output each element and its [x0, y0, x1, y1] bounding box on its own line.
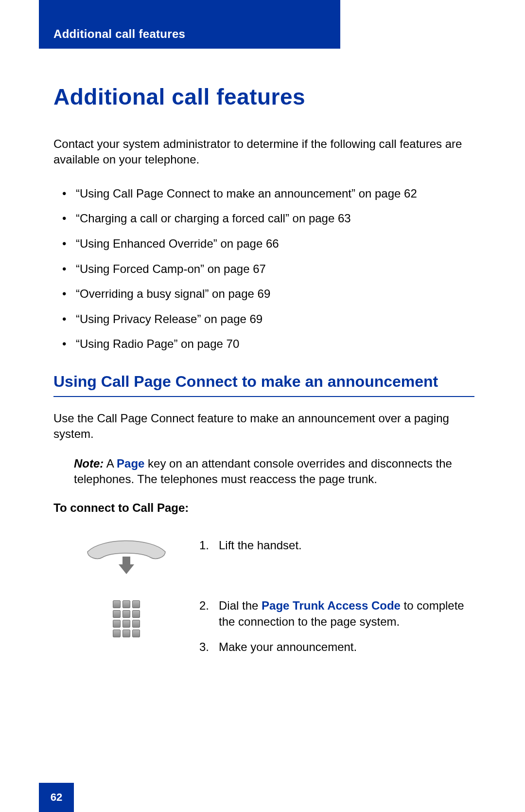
list-item: “Overriding a busy signal” on page 69	[53, 286, 474, 302]
list-item: “Using Call Page Connect to make an anno…	[53, 185, 474, 202]
list-item: “Charging a call or charging a forced ca…	[53, 210, 474, 227]
step-icon-cell	[53, 597, 199, 637]
page-number: 62	[51, 791, 62, 804]
instruction-heading: To connect to Call Page:	[53, 501, 474, 515]
running-header: Additional call features	[53, 27, 185, 40]
list-item: “Using Forced Camp-on” on page 67	[53, 261, 474, 277]
step-text-pre: Dial the	[219, 599, 262, 612]
step-emphasis: Page Trunk Access Code	[262, 599, 401, 612]
list-item: “Using Enhanced Override” on page 66	[53, 235, 474, 252]
step-item: Dial the Page Trunk Access Code to compl…	[199, 597, 474, 630]
step-item: Lift the handset.	[199, 537, 474, 554]
section-rule	[53, 396, 474, 397]
list-item: “Using Radio Page” on page 70	[53, 336, 474, 352]
intro-paragraph: Contact your system administrator to det…	[53, 136, 474, 168]
step-text-cell: Lift the handset.	[199, 537, 474, 562]
step-row: Dial the Page Trunk Access Code to compl…	[53, 597, 474, 664]
document-page: Additional call features Additional call…	[0, 0, 525, 812]
steps-list: Lift the handset.	[199, 537, 474, 554]
list-item: “Using Privacy Release” on page 69	[53, 311, 474, 327]
step-text-cell: Dial the Page Trunk Access Code to compl…	[199, 597, 474, 664]
topic-list: “Using Call Page Connect to make an anno…	[53, 185, 474, 352]
step-row: Lift the handset.	[53, 537, 474, 576]
footer-page-tab: 62	[39, 783, 74, 812]
step-icon-cell	[53, 537, 199, 576]
handset-lift-icon	[83, 537, 170, 576]
keypad-icon	[113, 600, 140, 637]
page-content: Additional call features Contact your sy…	[53, 73, 474, 685]
section-body: Use the Call Page Connect feature to mak…	[53, 411, 474, 442]
header-tab: Additional call features	[39, 0, 340, 49]
note-paragraph: Note: A Page key on an attendant console…	[74, 456, 474, 487]
note-text-pre: A	[104, 457, 117, 470]
note-label: Note:	[74, 457, 104, 470]
note-emphasis: Page	[117, 457, 144, 470]
steps-list: Dial the Page Trunk Access Code to compl…	[199, 597, 474, 655]
page-title: Additional call features	[53, 84, 474, 110]
svg-marker-0	[119, 557, 134, 574]
step-item: Make your announcement.	[199, 639, 474, 655]
section-heading: Using Call Page Connect to make an annou…	[53, 372, 474, 391]
